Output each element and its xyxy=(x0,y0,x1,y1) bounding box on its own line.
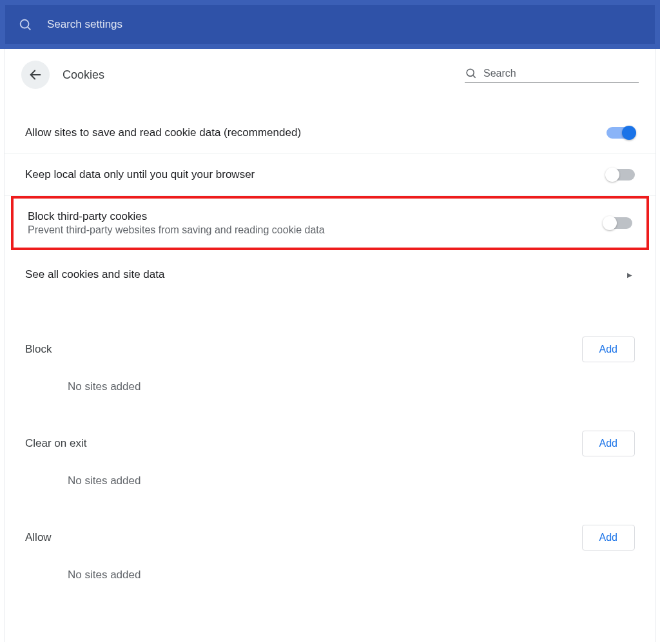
page-header: Cookies xyxy=(5,49,655,106)
block-empty-text: No sites added xyxy=(5,362,655,393)
add-clear-on-exit-button[interactable]: Add xyxy=(582,431,635,456)
section-label-block: Block xyxy=(25,343,582,356)
header-search-input[interactable] xyxy=(483,68,639,79)
header-search[interactable] xyxy=(465,67,639,83)
highlight-block-third-party: Block third-party cookies Prevent third-… xyxy=(11,196,649,250)
toggle-allow-cookies[interactable] xyxy=(607,127,635,139)
content-area: Cookies Allow sites to save and read coo… xyxy=(4,49,656,642)
allow-empty-text: No sites added xyxy=(5,551,655,581)
toggle-knob xyxy=(605,168,619,182)
svg-point-3 xyxy=(467,69,474,76)
setting-description: Prevent third-party websites from saving… xyxy=(28,224,604,236)
page-title: Cookies xyxy=(63,68,465,82)
clear-on-exit-empty-text: No sites added xyxy=(5,456,655,487)
toggle-block-third-party[interactable] xyxy=(604,217,632,229)
chevron-right-icon: ▶ xyxy=(627,271,632,278)
toggle-knob xyxy=(622,126,636,140)
svg-point-0 xyxy=(21,20,29,28)
svg-line-1 xyxy=(28,27,31,30)
top-search-input[interactable] xyxy=(47,18,642,31)
setting-title: Block third-party cookies xyxy=(28,210,604,223)
setting-texts: See all cookies and site data xyxy=(25,268,627,281)
top-search-container[interactable] xyxy=(5,5,655,44)
toggle-knob xyxy=(603,216,617,230)
setting-texts: Block third-party cookies Prevent third-… xyxy=(28,210,604,236)
section-label-clear-on-exit: Clear on exit xyxy=(25,437,582,450)
search-icon xyxy=(18,17,33,32)
search-icon xyxy=(465,67,477,80)
section-clear-on-exit-header: Clear on exit Add xyxy=(5,416,655,456)
setting-allow-cookies: Allow sites to save and read cookie data… xyxy=(5,112,655,154)
section-allow-header: Allow Add xyxy=(5,511,655,551)
setting-see-all-cookies[interactable]: See all cookies and site data ▶ xyxy=(5,250,655,299)
section-label-allow: Allow xyxy=(25,531,582,544)
arrow-left-icon xyxy=(28,68,43,82)
svg-line-4 xyxy=(473,75,476,78)
back-button[interactable] xyxy=(21,61,50,89)
add-block-button[interactable]: Add xyxy=(582,337,635,362)
add-allow-button[interactable]: Add xyxy=(582,525,635,551)
setting-title: Keep local data only until you quit your… xyxy=(25,168,607,181)
section-block-header: Block Add xyxy=(5,322,655,362)
setting-keep-local-until-quit: Keep local data only until you quit your… xyxy=(5,154,655,196)
setting-texts: Keep local data only until you quit your… xyxy=(25,168,607,181)
top-bar xyxy=(0,0,660,49)
setting-block-third-party: Block third-party cookies Prevent third-… xyxy=(14,199,646,248)
setting-title: See all cookies and site data xyxy=(25,268,627,281)
setting-texts: Allow sites to save and read cookie data… xyxy=(25,126,607,139)
toggle-keep-local-until-quit[interactable] xyxy=(607,169,635,181)
setting-title: Allow sites to save and read cookie data… xyxy=(25,126,607,139)
